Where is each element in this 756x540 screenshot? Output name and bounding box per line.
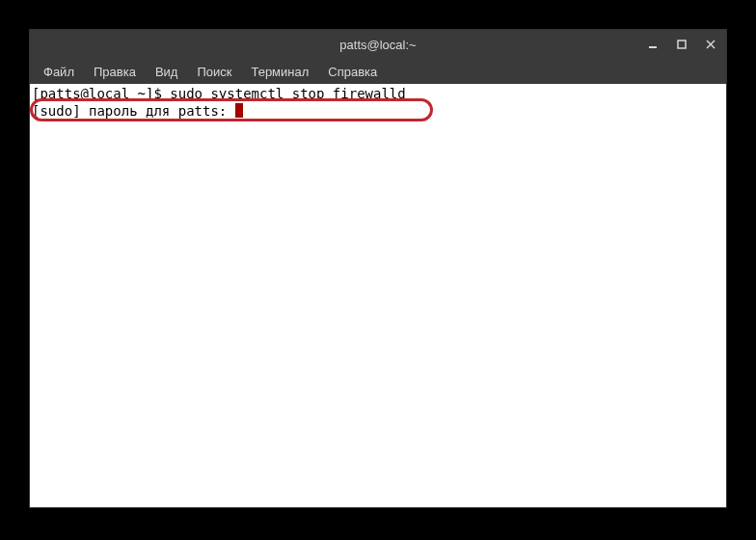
terminal-window: patts@local:~ Файл Правка Вид Поиск Терм… — [29, 29, 727, 508]
svg-rect-0 — [649, 46, 657, 48]
titlebar: patts@local:~ — [30, 30, 726, 59]
terminal-area[interactable]: [patts@local ~]$ sudo systemctl stop fir… — [30, 84, 726, 507]
menu-view[interactable]: Вид — [146, 61, 188, 83]
cursor-block — [235, 103, 243, 118]
minimize-button[interactable] — [643, 35, 662, 54]
terminal-line: [sudo] пароль для patts: — [32, 102, 724, 120]
menu-file[interactable]: Файл — [34, 61, 84, 83]
menubar: Файл Правка Вид Поиск Терминал Справка — [30, 59, 726, 84]
window-controls — [643, 30, 720, 59]
prompt: [patts@local ~]$ — [32, 86, 170, 101]
terminal-line: [patts@local ~]$ sudo systemctl stop fir… — [32, 85, 724, 102]
svg-rect-1 — [678, 40, 686, 48]
sudo-prompt: [sudo] пароль для patts: — [32, 103, 235, 119]
close-icon — [706, 40, 716, 49]
menu-search[interactable]: Поиск — [187, 61, 241, 83]
maximize-icon — [677, 40, 687, 49]
maximize-button[interactable] — [672, 35, 691, 54]
close-button[interactable] — [701, 35, 720, 54]
window-title: patts@local:~ — [339, 38, 416, 52]
menu-edit[interactable]: Правка — [84, 61, 146, 83]
menu-help[interactable]: Справка — [318, 61, 387, 83]
minimize-icon — [648, 40, 658, 49]
menu-terminal[interactable]: Терминал — [241, 61, 318, 83]
command-text: sudo systemctl stop firewalld — [170, 86, 405, 101]
